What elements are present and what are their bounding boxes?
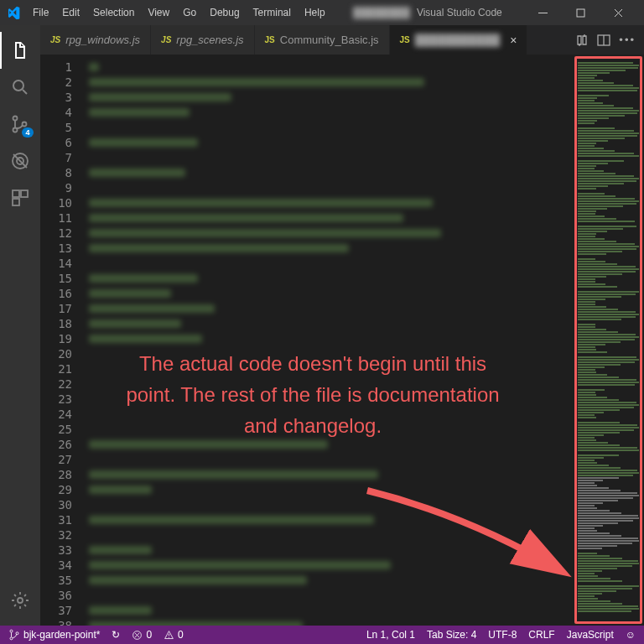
tab-active-obscured[interactable]: JS ███████████ × bbox=[390, 25, 528, 55]
menu-debug[interactable]: Debug bbox=[204, 3, 245, 22]
menu-terminal[interactable]: Terminal bbox=[247, 3, 297, 22]
status-feedback-icon[interactable]: ☺ bbox=[626, 629, 636, 641]
vscode-logo-icon bbox=[7, 6, 20, 19]
more-actions-icon[interactable]: ••• bbox=[619, 34, 636, 46]
close-icon[interactable]: × bbox=[510, 34, 517, 47]
window-minimize-button[interactable] bbox=[524, 0, 562, 25]
status-cursor[interactable]: Ln 1, Col 1 bbox=[366, 629, 415, 641]
svg-rect-0 bbox=[538, 13, 548, 13]
status-encoding[interactable]: UTF-8 bbox=[488, 629, 517, 641]
svg-point-11 bbox=[18, 598, 23, 603]
svg-point-14 bbox=[10, 637, 13, 640]
window-title-app: Visual Studio Code bbox=[417, 7, 502, 18]
status-language[interactable]: JavaScript bbox=[567, 629, 614, 641]
window-title-file: ████████ bbox=[353, 7, 410, 18]
js-file-icon: JS bbox=[50, 35, 60, 44]
annotation-text: The actual code doesn't begin until this… bbox=[124, 348, 501, 442]
menu-selection[interactable]: Selection bbox=[87, 3, 140, 22]
status-eol[interactable]: CRLF bbox=[528, 629, 554, 641]
window-close-button[interactable] bbox=[600, 0, 637, 25]
activity-scm[interactable]: 4 bbox=[0, 106, 40, 143]
svg-rect-8 bbox=[13, 190, 19, 197]
svg-rect-9 bbox=[21, 190, 28, 197]
tab-community-basic[interactable]: JS Community_Basic.js bbox=[255, 25, 390, 55]
svg-point-13 bbox=[10, 630, 13, 632]
split-editor-icon[interactable] bbox=[597, 34, 610, 47]
activity-search[interactable] bbox=[0, 69, 40, 106]
editor-tabs: JS rpg_windows.js JS rpg_scenes.js JS Co… bbox=[40, 25, 644, 55]
js-file-icon: JS bbox=[161, 35, 171, 44]
editor-area: JS rpg_windows.js JS rpg_scenes.js JS Co… bbox=[40, 25, 644, 626]
svg-rect-10 bbox=[13, 199, 19, 205]
menu-view[interactable]: View bbox=[142, 3, 175, 22]
window-maximize-button[interactable] bbox=[562, 0, 600, 25]
annotation-arrow-icon bbox=[359, 482, 577, 591]
status-bar: bjk-garden-point* ↻ 0 0 Ln 1, Col 1 Tab … bbox=[0, 626, 644, 644]
tab-label: rpg_windows.js bbox=[65, 34, 140, 46]
minimap[interactable] bbox=[573, 55, 644, 626]
status-branch[interactable]: bjk-garden-point* bbox=[8, 629, 100, 641]
status-tabsize[interactable]: Tab Size: 4 bbox=[427, 629, 476, 641]
js-file-icon: JS bbox=[265, 35, 275, 44]
menu-edit[interactable]: Edit bbox=[56, 3, 86, 22]
svg-point-2 bbox=[13, 80, 23, 91]
svg-point-4 bbox=[13, 128, 18, 132]
menu-help[interactable]: Help bbox=[299, 3, 331, 22]
scm-badge: 4 bbox=[22, 127, 34, 138]
svg-point-3 bbox=[13, 117, 18, 121]
activity-bar: 4 bbox=[0, 25, 40, 626]
tab-label: ███████████ bbox=[415, 34, 500, 46]
activity-explorer[interactable] bbox=[0, 32, 40, 69]
tab-rpg-scenes[interactable]: JS rpg_scenes.js bbox=[151, 25, 254, 55]
status-warnings[interactable]: 0 bbox=[164, 629, 184, 641]
status-errors[interactable]: 0 bbox=[132, 629, 152, 641]
compare-changes-icon[interactable] bbox=[575, 34, 589, 47]
menu-file[interactable]: File bbox=[27, 3, 55, 22]
tab-label: rpg_scenes.js bbox=[176, 34, 243, 46]
activity-extensions[interactable] bbox=[0, 179, 40, 216]
activity-settings[interactable] bbox=[0, 582, 40, 619]
menu-bar: File Edit Selection View Go Debug Termin… bbox=[27, 3, 331, 22]
line-numbers-gutter: 1234567891011121314151617181920212223242… bbox=[40, 55, 84, 626]
tab-label: Community_Basic.js bbox=[280, 34, 379, 46]
tab-rpg-windows[interactable]: JS rpg_windows.js bbox=[40, 25, 151, 55]
svg-rect-1 bbox=[577, 9, 584, 17]
activity-debug[interactable] bbox=[0, 143, 40, 179]
js-file-icon: JS bbox=[400, 35, 410, 44]
title-bar: File Edit Selection View Go Debug Termin… bbox=[0, 0, 644, 25]
status-sync[interactable]: ↻ bbox=[112, 629, 120, 641]
menu-go[interactable]: Go bbox=[177, 3, 202, 22]
window-title: ████████ Visual Studio Code bbox=[331, 7, 524, 18]
